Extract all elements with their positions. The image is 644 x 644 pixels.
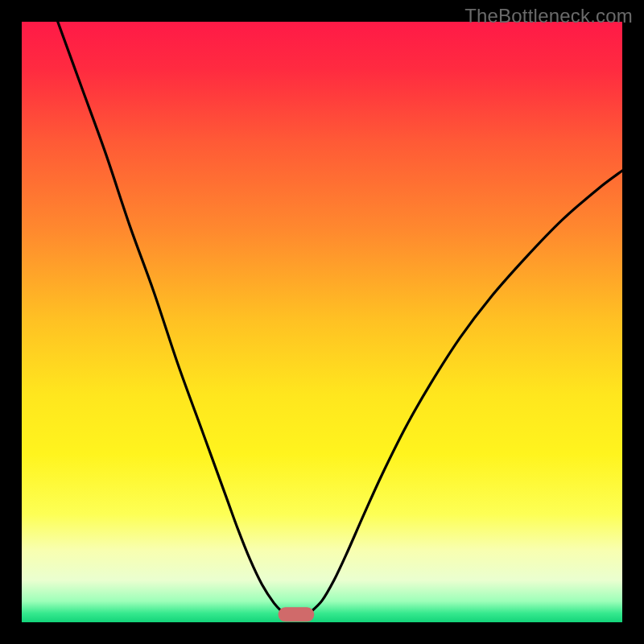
watermark-text: TheBottleneck.com bbox=[464, 5, 633, 27]
min-marker bbox=[279, 607, 315, 621]
plot-frame bbox=[22, 22, 622, 622]
gradient-background bbox=[22, 22, 622, 622]
bottleneck-chart bbox=[22, 22, 622, 622]
